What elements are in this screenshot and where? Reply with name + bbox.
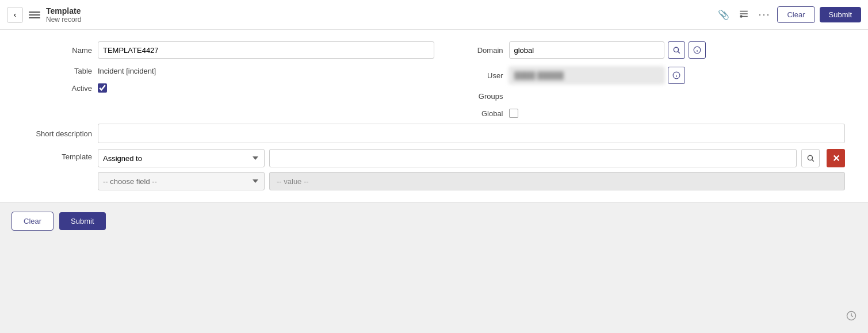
short-description-row: Short description <box>23 124 845 143</box>
domain-row: Domain <box>434 41 846 59</box>
header-actions: 📎 ··· Clear Submit <box>716 6 861 24</box>
header: ‹ Template New record 📎 ··· Clear Submit <box>0 0 868 30</box>
template-field-select[interactable]: Assigned to <box>98 149 265 167</box>
template-row-1: Assigned to ✕ <box>98 149 845 167</box>
domain-info-button[interactable] <box>689 41 706 59</box>
clear-button-footer[interactable]: Clear <box>12 212 53 231</box>
form-right: Domain User <box>434 41 846 118</box>
template-row-2: -- choose field -- -- value -- <box>98 172 845 190</box>
clear-button-header[interactable]: Clear <box>777 6 815 23</box>
user-input[interactable] <box>509 67 664 84</box>
submit-button-footer[interactable]: Submit <box>59 212 105 230</box>
choose-field-select[interactable]: -- choose field -- <box>98 172 265 190</box>
table-row: Table Incident [incident] <box>23 67 434 75</box>
form-area: Name Table Incident [incident] Active Do… <box>0 30 868 202</box>
table-value: Incident [incident] <box>98 67 156 75</box>
user-info-button[interactable] <box>668 67 685 84</box>
svg-point-12 <box>808 155 812 160</box>
user-field-group <box>509 67 685 84</box>
active-label: Active <box>23 84 92 93</box>
close-icon: ✕ <box>832 153 840 164</box>
short-description-label: Short description <box>23 129 92 138</box>
svg-point-3 <box>740 16 742 17</box>
domain-search-button[interactable] <box>668 41 685 59</box>
header-title-block: Template New record <box>46 6 710 24</box>
header-title-sub: New record <box>46 16 710 24</box>
settings-button[interactable] <box>736 6 751 24</box>
svg-point-4 <box>674 47 678 52</box>
user-label: User <box>434 71 503 80</box>
form-grid: Name Table Incident [incident] Active Do… <box>23 41 845 118</box>
svg-line-5 <box>678 52 679 53</box>
header-title-main: Template <box>46 6 710 16</box>
table-label: Table <box>23 67 92 75</box>
template-remove-button[interactable]: ✕ <box>827 149 845 167</box>
ellipsis-button[interactable]: ··· <box>756 6 773 23</box>
short-description-input[interactable] <box>98 124 845 143</box>
svg-line-13 <box>812 160 814 162</box>
submit-button-header[interactable]: Submit <box>820 7 861 22</box>
back-icon: ‹ <box>14 10 16 19</box>
global-checkbox[interactable] <box>509 109 518 118</box>
value-placeholder: -- value -- <box>269 172 845 190</box>
global-label: Global <box>434 109 503 118</box>
template-search-input[interactable] <box>269 149 797 167</box>
menu-icon[interactable] <box>29 9 40 21</box>
domain-input[interactable] <box>509 41 664 59</box>
global-row: Global <box>434 109 846 118</box>
name-input[interactable] <box>98 41 434 59</box>
active-checkbox[interactable] <box>98 83 107 93</box>
footer: Clear Submit <box>0 202 868 240</box>
domain-field-group <box>509 41 706 59</box>
paperclip-button[interactable]: 📎 <box>716 7 732 22</box>
groups-label: Groups <box>434 92 503 101</box>
template-section: Template Assigned to ✕ <box>23 149 845 190</box>
template-label: Template <box>23 149 92 161</box>
back-button[interactable]: ‹ <box>7 7 23 23</box>
domain-label: Domain <box>434 46 503 55</box>
clock-icon <box>846 311 856 324</box>
template-fields: Assigned to ✕ -- choose field -- -- valu… <box>98 149 845 190</box>
name-row: Name <box>23 41 434 59</box>
form-left: Name Table Incident [incident] Active <box>23 41 434 118</box>
template-search-button[interactable] <box>801 149 820 167</box>
active-row: Active <box>23 83 434 93</box>
name-label: Name <box>23 46 92 55</box>
user-row: User <box>434 67 846 84</box>
groups-row: Groups <box>434 92 846 101</box>
